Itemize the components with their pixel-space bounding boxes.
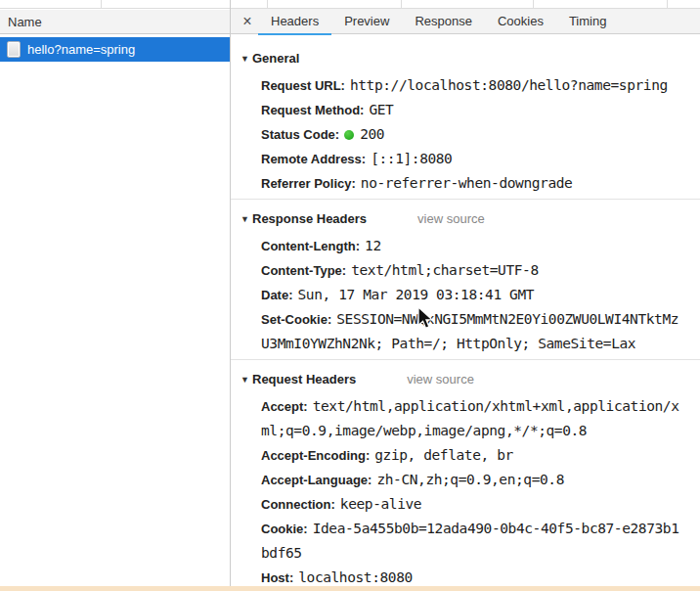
header-item-cookie: Cookie:Idea-5a455b0b=12ada490-0b4c-40f5-…: [261, 516, 700, 540]
header-item-content-type: Content-Type:text/html;charset=UTF-8: [261, 257, 700, 282]
header-item-request-url: Request URL:http://localhost:8080/hello?…: [261, 72, 700, 97]
disclosure-triangle-icon: ▼: [241, 207, 252, 232]
header-item-date: Date:Sun, 17 Mar 2019 03:18:41 GMT: [261, 282, 700, 306]
header-item-accept-wrap: ml;q=0.9,image/webp,image/apng,*/*;q=0.8: [261, 418, 700, 442]
header-item-host: Host:localhost:8080: [261, 565, 700, 586]
section-response-headers: ▼Response Headersview source Content-Len…: [231, 199, 700, 359]
details-tabbar: × Headers Preview Response Cookies Timin…: [231, 9, 700, 34]
disclosure-triangle-icon: ▼: [241, 368, 252, 392]
section-general: ▼General Request URL:http://localhost:80…: [231, 35, 700, 199]
header-item-status-code: Status Code:200: [261, 121, 700, 146]
header-item-request-method: Request Method:GET: [261, 97, 700, 121]
tab-response[interactable]: Response: [402, 9, 485, 34]
tab-timing[interactable]: Timing: [556, 9, 620, 34]
header-item-accept: Accept:text/html,application/xhtml+xml,a…: [261, 393, 700, 418]
header-item-accept-encoding: Accept-Encoding:gzip, deflate, br: [261, 442, 700, 467]
view-source-link[interactable]: view source: [407, 372, 474, 386]
header-item-set-cookie: Set-Cookie:SESSION=NWQxNGI5MmMtN2E0Yi00Z…: [261, 306, 700, 331]
page-content-edge: [0, 586, 700, 591]
status-dot-icon: [344, 130, 354, 140]
disclosure-triangle-icon: ▼: [241, 47, 252, 71]
header-item-referrer-policy: Referrer Policy:no-referrer-when-downgra…: [261, 170, 700, 195]
headers-detail-view: ▼General Request URL:http://localhost:80…: [231, 35, 700, 586]
tab-preview[interactable]: Preview: [331, 9, 402, 34]
request-details-panel: × Headers Preview Response Cookies Timin…: [231, 9, 700, 586]
section-title: Response Headers: [252, 211, 367, 226]
header-item-cookie-wrap: bdf65: [261, 540, 700, 565]
section-request-headers: ▼Request Headersview source Accept:text/…: [231, 359, 700, 586]
header-item-connection: Connection:keep-alive: [261, 491, 700, 516]
section-response-headers-header[interactable]: ▼Response Headersview source: [231, 205, 700, 230]
view-source-link[interactable]: view source: [417, 211, 485, 226]
header-item-content-length: Content-Length:12: [261, 233, 700, 257]
column-divider: [667, 0, 668, 9]
header-item-accept-language: Accept-Language:zh-CN,zh;q=0.9,en;q=0.8: [261, 467, 700, 491]
section-request-headers-header[interactable]: ▼Request Headersview source: [231, 366, 700, 390]
section-general-header[interactable]: ▼General: [231, 45, 700, 69]
close-icon[interactable]: ×: [237, 9, 258, 34]
section-title: General: [252, 51, 299, 66]
column-divider: [101, 0, 102, 9]
requests-list-panel: Name hello?name=spring: [0, 10, 230, 586]
section-title: Request Headers: [252, 372, 356, 386]
network-request-row[interactable]: hello?name=spring: [0, 37, 230, 62]
tab-cookies[interactable]: Cookies: [485, 9, 556, 34]
header-item-set-cookie-wrap: U3MmI0YWZhN2Nk; Path=/; HttpOnly; SameSi…: [261, 331, 700, 355]
request-row-label: hello?name=spring: [27, 42, 135, 57]
name-column-header[interactable]: Name: [0, 10, 230, 34]
header-item-remote-address: Remote Address:[::1]:8080: [261, 146, 700, 170]
tab-headers[interactable]: Headers: [258, 9, 331, 34]
document-icon: [7, 41, 21, 58]
devtools-network-panel: Name hello?name=spring × Headers Preview…: [0, 0, 700, 591]
